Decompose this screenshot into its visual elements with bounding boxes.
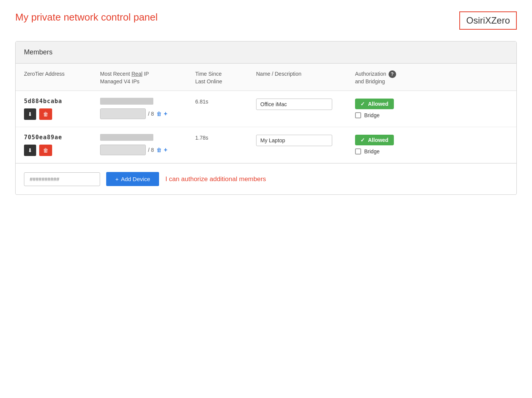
auth-col-1: ✓ Allowed Bridge xyxy=(355,98,439,118)
allowed-label-2: Allowed xyxy=(368,137,389,143)
subnet-mask-2: / 8 xyxy=(148,147,154,153)
add-ip-icon-2[interactable]: + xyxy=(164,146,167,153)
ip-col-1: / 8 🗑 + xyxy=(100,98,195,119)
members-panel: Members ZeroTier Address Most Recent Rea… xyxy=(15,41,517,195)
remove-ip-icon-2[interactable]: 🗑 xyxy=(156,147,162,153)
col-auth-bridging: Authorizationand Bridging ? xyxy=(355,70,439,85)
add-device-row: + Add Device I can authorize additional … xyxy=(16,163,516,194)
row-actions-2: ⬇ 🗑 xyxy=(24,145,100,156)
address-col-2: 7050ea89ae ⬇ 🗑 xyxy=(24,134,100,156)
download-button-1[interactable]: ⬇ xyxy=(24,108,36,120)
new-device-input[interactable] xyxy=(24,172,100,186)
allowed-check-icon-1: ✓ xyxy=(360,101,365,107)
table-row: 5d884bcaba ⬇ 🗑 / 8 🗑 + 6.81s ✓ Allowed xyxy=(16,91,516,127)
bridge-label-1: Bridge xyxy=(364,112,379,118)
time-col-1: 6.81s xyxy=(195,98,256,105)
allowed-badge-1[interactable]: ✓ Allowed xyxy=(355,99,394,109)
help-icon[interactable]: ? xyxy=(389,70,396,78)
authorize-text: I can authorize additional members xyxy=(165,175,266,183)
device-name-input-2[interactable] xyxy=(256,135,332,146)
add-device-label: Add Device xyxy=(121,176,150,182)
page-title: My private network control panel xyxy=(15,11,158,23)
managed-ip-row-1: / 8 🗑 + xyxy=(100,108,195,119)
bridge-checkbox-1[interactable] xyxy=(355,112,361,118)
managed-ip-input-2[interactable] xyxy=(100,145,146,155)
add-ip-icon-1[interactable]: + xyxy=(164,110,167,117)
network-badge: OsiriXZero xyxy=(459,11,517,30)
delete-button-2[interactable]: 🗑 xyxy=(39,145,52,156)
real-ip-blurred-2 xyxy=(100,134,153,141)
bridge-label-2: Bridge xyxy=(364,148,379,154)
managed-ip-row-2: / 8 🗑 + xyxy=(100,145,195,155)
remove-ip-icon-1[interactable]: 🗑 xyxy=(156,111,162,117)
address-col-1: 5d884bcaba ⬇ 🗑 xyxy=(24,98,100,120)
bridge-checkbox-2[interactable] xyxy=(355,148,361,154)
col-time-since: Time SinceLast Online xyxy=(195,70,256,85)
bridge-row-2: Bridge xyxy=(355,148,439,154)
plus-icon: + xyxy=(115,176,119,182)
ip-col-2: / 8 🗑 + xyxy=(100,134,195,155)
allowed-label-1: Allowed xyxy=(368,101,389,107)
bridge-row-1: Bridge xyxy=(355,112,439,118)
add-device-button[interactable]: + Add Device xyxy=(106,172,159,186)
download-button-2[interactable]: ⬇ xyxy=(24,145,36,156)
delete-button-1[interactable]: 🗑 xyxy=(39,108,52,120)
zerotier-addr-2: 7050ea89ae xyxy=(24,134,100,141)
allowed-badge-2[interactable]: ✓ Allowed xyxy=(355,135,394,145)
column-headers: ZeroTier Address Most Recent Real IP Man… xyxy=(16,64,516,91)
device-name-input-1[interactable] xyxy=(256,99,332,110)
zerotier-addr-1: 5d884bcaba xyxy=(24,98,100,105)
table-row: 7050ea89ae ⬇ 🗑 / 8 🗑 + 1.78s ✓ Allowed xyxy=(16,127,516,163)
col-zerotier-address: ZeroTier Address xyxy=(24,70,100,85)
time-col-2: 1.78s xyxy=(195,134,256,141)
name-col-2 xyxy=(256,134,355,146)
name-col-1 xyxy=(256,98,355,110)
subnet-mask-1: / 8 xyxy=(148,111,154,117)
auth-col-2: ✓ Allowed Bridge xyxy=(355,134,439,154)
managed-ip-input-1[interactable] xyxy=(100,108,146,119)
allowed-check-icon-2: ✓ xyxy=(360,137,365,143)
real-ip-blurred-1 xyxy=(100,98,153,105)
page-header: My private network control panel OsiriXZ… xyxy=(15,11,517,30)
col-real-ip: Most Recent Real IP Managed V4 IPs xyxy=(100,70,195,85)
panel-section-title: Members xyxy=(16,41,516,64)
row-actions-1: ⬇ 🗑 xyxy=(24,108,100,120)
col-name-description: Name / Description xyxy=(256,70,355,85)
